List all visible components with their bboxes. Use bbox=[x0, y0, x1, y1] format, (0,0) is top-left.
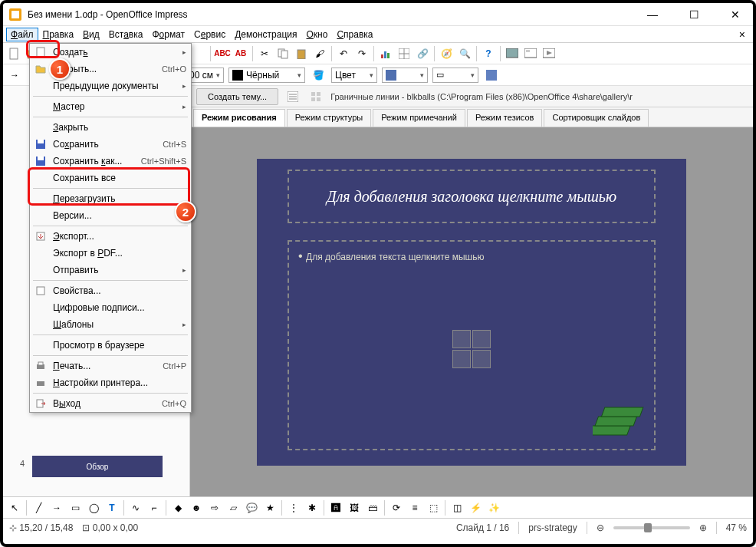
menu-item-properties[interactable]: Свойства... bbox=[30, 282, 191, 299]
animation-icon[interactable]: ✨ bbox=[485, 499, 502, 516]
maximize-button[interactable]: ☐ bbox=[682, 8, 705, 21]
zoom-value[interactable]: 47 % bbox=[726, 522, 747, 533]
select-icon[interactable]: ↖ bbox=[6, 499, 23, 516]
slide-canvas[interactable]: Для добавления заголовка щелкните мышью … bbox=[190, 127, 753, 496]
interaction-icon[interactable]: ⚡ bbox=[467, 499, 484, 516]
tab-structure[interactable]: Режим структуры bbox=[287, 109, 372, 127]
document-close-icon[interactable]: × bbox=[739, 28, 750, 41]
fill-icon[interactable]: 🪣 bbox=[310, 67, 327, 84]
points-icon[interactable]: ⋮ bbox=[285, 499, 302, 516]
paste-icon[interactable] bbox=[293, 45, 310, 62]
symbol-shapes-icon[interactable]: ☻ bbox=[188, 499, 205, 516]
menu-item-save[interactable]: СохранитьCtrl+S bbox=[30, 136, 191, 153]
fill-color-dropdown[interactable] bbox=[382, 68, 428, 83]
line-icon[interactable]: ╱ bbox=[30, 499, 47, 516]
menu-item-versions[interactable]: Версии... bbox=[30, 207, 191, 224]
slide-layout-icon[interactable] bbox=[522, 45, 539, 62]
menu-item-wizard[interactable]: Мастер▸ bbox=[30, 98, 191, 115]
text-icon[interactable]: T bbox=[104, 499, 120, 516]
menu-slideshow[interactable]: Демонстрация bbox=[230, 28, 301, 41]
new-icon[interactable] bbox=[6, 45, 23, 62]
menu-tools[interactable]: Сервис bbox=[189, 28, 230, 41]
menu-item-export-pdf[interactable]: Экспорт в PDF... bbox=[30, 245, 191, 262]
tab-drawing[interactable]: Режим рисования bbox=[193, 109, 285, 127]
menu-item-close[interactable]: Закрыть bbox=[30, 119, 191, 136]
slide-thumbnail-4[interactable]: Обзор bbox=[32, 456, 163, 477]
arrange-icon[interactable]: ⬚ bbox=[425, 499, 442, 516]
menu-item-recent[interactable]: Предыдущие документы▸ bbox=[30, 77, 191, 94]
gallery-list-icon[interactable] bbox=[284, 88, 301, 105]
fill-type-dropdown[interactable]: Цвет bbox=[331, 68, 377, 83]
shadow-dropdown[interactable]: ▭ bbox=[432, 68, 478, 83]
menu-window[interactable]: Окно bbox=[302, 28, 333, 41]
slide-body-placeholder[interactable]: • Для добавления текста щелкните мышью bbox=[288, 240, 656, 450]
zoom-slider[interactable] bbox=[613, 526, 690, 529]
connector-icon[interactable]: ⌐ bbox=[146, 499, 163, 516]
format-paint-icon[interactable]: 🖌 bbox=[311, 45, 328, 62]
arrow-style-icon[interactable]: → bbox=[6, 67, 23, 84]
menu-item-save-as[interactable]: Сохранить как...Ctrl+Shift+S bbox=[30, 153, 191, 170]
undo-icon[interactable]: ↶ bbox=[335, 45, 352, 62]
spellcheck-icon[interactable]: ABC bbox=[214, 45, 231, 62]
callout-icon[interactable]: 💬 bbox=[243, 499, 260, 516]
slide-design-icon[interactable] bbox=[504, 45, 521, 62]
menu-item-printer-settings[interactable]: Настройки принтера... bbox=[30, 374, 191, 391]
minimize-button[interactable]: — bbox=[641, 8, 664, 21]
tab-handout[interactable]: Режим тезисов bbox=[467, 109, 543, 127]
menu-item-templates[interactable]: Шаблоны▸ bbox=[30, 316, 191, 333]
rotate-icon[interactable]: ⟳ bbox=[388, 499, 405, 516]
menu-file[interactable]: Файл bbox=[6, 28, 38, 41]
arrow-icon[interactable]: → bbox=[48, 499, 65, 516]
fontwork-icon[interactable]: 🅰 bbox=[327, 499, 344, 516]
extrusion-icon[interactable]: ◫ bbox=[449, 499, 465, 516]
autospell-icon[interactable]: AB bbox=[232, 45, 249, 62]
menu-item-export[interactable]: Экспорт... bbox=[30, 228, 191, 245]
hyperlink-icon[interactable]: 🔗 bbox=[414, 45, 431, 62]
rect-icon[interactable]: ▭ bbox=[67, 499, 84, 516]
extra-icon[interactable] bbox=[483, 67, 500, 84]
cut-icon[interactable]: ✂ bbox=[256, 45, 273, 62]
help-icon[interactable]: ? bbox=[480, 45, 497, 62]
menu-item-browser-preview[interactable]: Просмотр в браузере bbox=[30, 337, 191, 354]
navigator-icon[interactable]: 🧭 bbox=[438, 45, 455, 62]
menu-insert[interactable]: Вставка bbox=[104, 28, 148, 41]
slide[interactable]: Для добавления заголовка щелкните мышью … bbox=[257, 159, 686, 466]
menu-item-signatures[interactable]: Цифровые подписи... bbox=[30, 299, 191, 316]
chart-icon[interactable] bbox=[377, 45, 394, 62]
menu-item-send[interactable]: Отправить▸ bbox=[30, 262, 191, 278]
new-theme-button[interactable]: Создать тему... bbox=[196, 88, 278, 105]
gallery-grid-icon[interactable] bbox=[307, 88, 324, 105]
zoom-out-icon[interactable]: ⊖ bbox=[597, 522, 604, 533]
zoom-icon[interactable]: 🔍 bbox=[456, 45, 473, 62]
menu-help[interactable]: Справка bbox=[332, 28, 377, 41]
slide-show-icon[interactable] bbox=[541, 45, 557, 62]
glue-icon[interactable]: ✱ bbox=[304, 499, 320, 516]
copy-icon[interactable] bbox=[274, 45, 291, 62]
align-icon[interactable]: ≡ bbox=[406, 499, 423, 516]
menu-view[interactable]: Вид bbox=[78, 28, 104, 41]
menu-format[interactable]: Формат bbox=[147, 28, 189, 41]
tab-notes[interactable]: Режим примечаний bbox=[373, 109, 465, 127]
line-color-dropdown[interactable]: Чёрный bbox=[228, 68, 305, 83]
content-type-icons[interactable] bbox=[452, 330, 491, 368]
menu-item-reload[interactable]: Перезагрузить bbox=[30, 190, 191, 207]
flowchart-icon[interactable]: ▱ bbox=[225, 499, 242, 516]
zoom-in-icon[interactable]: ⊕ bbox=[699, 522, 707, 533]
slide-title-placeholder[interactable]: Для добавления заголовка щелкните мышью bbox=[288, 170, 656, 223]
gallery-icon[interactable]: 🗃 bbox=[364, 499, 381, 516]
table-icon[interactable] bbox=[396, 45, 413, 62]
block-arrows-icon[interactable]: ⇨ bbox=[206, 499, 223, 516]
close-button[interactable]: ✕ bbox=[724, 8, 747, 21]
tab-sorter[interactable]: Сортировщик слайдов bbox=[544, 109, 649, 127]
menu-item-new[interactable]: Создать▸ bbox=[30, 44, 191, 61]
menu-edit[interactable]: Правка bbox=[38, 28, 79, 41]
stars-icon[interactable]: ★ bbox=[261, 499, 278, 516]
from-file-icon[interactable]: 🖼 bbox=[346, 499, 363, 516]
menu-item-save-all[interactable]: Сохранить все bbox=[30, 170, 191, 186]
ellipse-icon[interactable]: ◯ bbox=[85, 499, 102, 516]
curve-icon[interactable]: ∿ bbox=[127, 499, 144, 516]
menu-item-print[interactable]: Печать...Ctrl+P bbox=[30, 358, 191, 374]
basic-shapes-icon[interactable]: ◆ bbox=[169, 499, 186, 516]
menu-item-exit[interactable]: ВыходCtrl+Q bbox=[30, 395, 191, 412]
redo-icon[interactable]: ↷ bbox=[353, 45, 370, 62]
